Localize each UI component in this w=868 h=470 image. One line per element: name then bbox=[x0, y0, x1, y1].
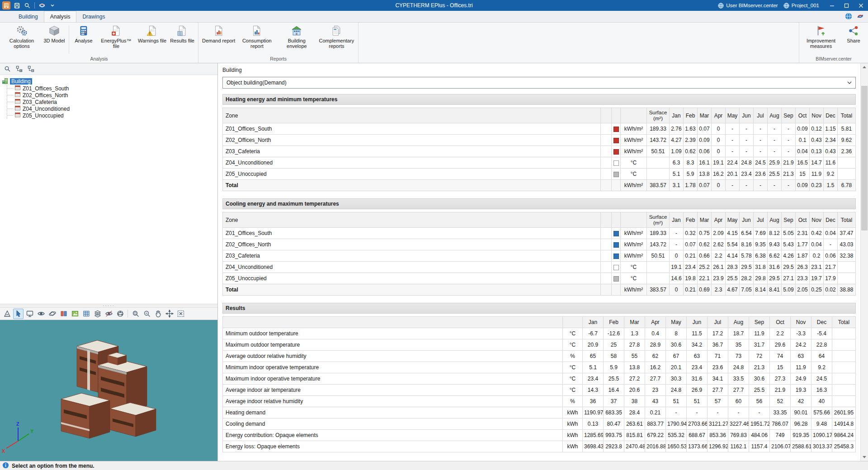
tree-item-zone[interactable]: Z01_Offices_South bbox=[7, 85, 216, 92]
value-cell: 58 bbox=[604, 351, 624, 362]
maximize-button[interactable] bbox=[839, 0, 854, 11]
consumption-report-icon bbox=[251, 25, 263, 37]
project-selector[interactable]: Project_001 bbox=[783, 3, 819, 9]
value-cell: 27.7 bbox=[728, 385, 749, 396]
quick-access-chevron-icon[interactable] bbox=[48, 1, 57, 10]
save-icon[interactable] bbox=[12, 1, 21, 10]
vertical-scrollbar[interactable] bbox=[860, 63, 868, 461]
value-cell: 67 bbox=[666, 351, 687, 362]
value-cell: 1.09 bbox=[670, 146, 684, 157]
analyse-button[interactable]: Analyse bbox=[71, 24, 96, 44]
value-cell: 64 bbox=[811, 351, 832, 362]
tree-item-zone[interactable]: Z03_Cafeteria bbox=[7, 99, 216, 105]
building-envelope-button[interactable]: Building envelope bbox=[277, 24, 316, 49]
tree-item-building[interactable]: Building bbox=[2, 78, 216, 85]
zone-marker-cell bbox=[612, 262, 621, 273]
3d-model-button[interactable]: 3D Model bbox=[42, 24, 67, 44]
share-button[interactable]: Share bbox=[841, 24, 866, 44]
section-boxes-icon[interactable] bbox=[58, 309, 69, 319]
zoom-window-icon[interactable] bbox=[130, 309, 141, 319]
value-cell: 2.2 bbox=[712, 250, 726, 262]
textures-icon[interactable] bbox=[70, 309, 80, 319]
render-sphere-icon[interactable] bbox=[115, 309, 125, 319]
zone-marker-icon[interactable] bbox=[613, 231, 619, 236]
zone-marker-icon[interactable] bbox=[613, 242, 619, 248]
improvement-measures-button[interactable]: Improvement measures bbox=[801, 24, 841, 49]
zoom-out-icon[interactable] bbox=[142, 309, 152, 319]
complementary-reports-button[interactable]: Complementary reports bbox=[316, 24, 356, 49]
zone-marker-icon[interactable] bbox=[613, 160, 619, 166]
select-tool-icon[interactable] bbox=[13, 309, 24, 319]
value-cell: 96.28 bbox=[791, 418, 811, 430]
value-cell: - bbox=[666, 407, 687, 418]
zone-marker-icon[interactable] bbox=[613, 172, 619, 177]
measure-angle-icon[interactable] bbox=[2, 309, 12, 319]
value-cell: - bbox=[687, 407, 708, 418]
project-views-icon[interactable] bbox=[24, 309, 35, 319]
results-row: Minimum outdoor temperature°C-6.7-12.61.… bbox=[223, 328, 856, 339]
visibility-icon[interactable] bbox=[104, 309, 114, 319]
value-cell: 14.6 bbox=[670, 273, 684, 284]
tab-building[interactable]: Building bbox=[13, 11, 44, 22]
consumption-report-button[interactable]: Consumption report bbox=[237, 24, 277, 49]
tab-drawings[interactable]: Drawings bbox=[76, 11, 111, 22]
user-account[interactable]: User BIMserver.center bbox=[718, 3, 778, 9]
tables-icon[interactable] bbox=[81, 309, 91, 319]
col-header-month: Jul bbox=[754, 212, 768, 228]
app-logo-icon[interactable] bbox=[2, 1, 11, 10]
zoom-fit-icon[interactable] bbox=[164, 309, 175, 319]
col-header-total: Total bbox=[838, 212, 856, 228]
results-row: Average indoor air temperature°C14.316.4… bbox=[223, 385, 856, 396]
value-cell: 1.87 bbox=[796, 250, 810, 262]
tree-item-zone[interactable]: Z02_Offices_North bbox=[7, 92, 216, 99]
zone-marker-icon[interactable] bbox=[613, 138, 619, 143]
value-cell: 0.13 bbox=[583, 418, 604, 430]
energyplus-file-button[interactable]: EnergyPlus™ file bbox=[96, 24, 136, 49]
search-icon[interactable] bbox=[23, 1, 32, 10]
zone-marker-icon[interactable] bbox=[613, 254, 619, 259]
panel-splitter[interactable] bbox=[0, 304, 217, 308]
minimize-button[interactable] bbox=[825, 0, 839, 11]
zone-marker-icon[interactable] bbox=[613, 276, 619, 282]
orbit-icon[interactable] bbox=[47, 309, 57, 319]
scroll-up-button[interactable] bbox=[861, 63, 868, 71]
value-cell: 43.03 bbox=[838, 239, 856, 250]
calculation-options-button[interactable]: Calculation options bbox=[2, 24, 42, 49]
value-cell: 993.75 bbox=[604, 430, 624, 441]
sync-globe-icon[interactable] bbox=[844, 12, 853, 22]
hide-el-eye-icon[interactable] bbox=[36, 309, 46, 319]
3d-viewport[interactable]: Z Y X bbox=[0, 320, 217, 461]
results-row: Energy loss: Opaque elementskWh3698.4329… bbox=[223, 441, 856, 452]
scrollbar-thumb[interactable] bbox=[861, 86, 868, 230]
scroll-down-button[interactable] bbox=[861, 453, 868, 461]
results-row: Energy contribution: Opaque elementskWh1… bbox=[223, 430, 856, 441]
close-button[interactable] bbox=[854, 0, 868, 11]
value-cell: 33.5 bbox=[728, 373, 749, 385]
warnings-file-button[interactable]: Warnings file bbox=[136, 24, 168, 44]
tab-analysis[interactable]: Analysis bbox=[44, 11, 77, 22]
value-cell: 14914.8 bbox=[832, 418, 856, 430]
layers-icon[interactable] bbox=[92, 309, 103, 319]
pan-icon[interactable] bbox=[153, 309, 163, 319]
metric-name-cell: Average indoor relative humidity bbox=[223, 396, 563, 407]
value-cell: 28.2 bbox=[740, 273, 754, 284]
bimserver-sync-icon[interactable] bbox=[38, 1, 47, 10]
col-header-month: Oct bbox=[796, 108, 810, 123]
zone-marker-icon[interactable] bbox=[613, 127, 619, 132]
tree-item-zone[interactable]: Z04_Unconditioned bbox=[7, 105, 216, 112]
results-file-button[interactable]: Results file bbox=[168, 24, 196, 44]
zone-marker-icon[interactable] bbox=[613, 265, 619, 270]
value-cell: 25.5 bbox=[726, 273, 740, 284]
expand-tree-icon[interactable] bbox=[14, 64, 24, 74]
tree-search-icon[interactable] bbox=[2, 64, 12, 74]
object-selector-dropdown[interactable]: Object building(Demand) bbox=[222, 77, 856, 89]
tree-item-zone[interactable]: Z05_Unoccupied bbox=[7, 112, 216, 119]
collapse-tree-icon[interactable] bbox=[26, 64, 36, 74]
demand-report-button[interactable]: Demand report bbox=[200, 24, 237, 44]
full-extents-icon[interactable] bbox=[175, 309, 186, 319]
unit-cell: °C bbox=[621, 157, 647, 169]
value-cell: 0.09 bbox=[796, 180, 810, 191]
tree-item-label: Z04_Unconditioned bbox=[23, 106, 70, 112]
zone-marker-icon[interactable] bbox=[613, 149, 619, 155]
bimserver-center-icon[interactable] bbox=[856, 12, 864, 22]
